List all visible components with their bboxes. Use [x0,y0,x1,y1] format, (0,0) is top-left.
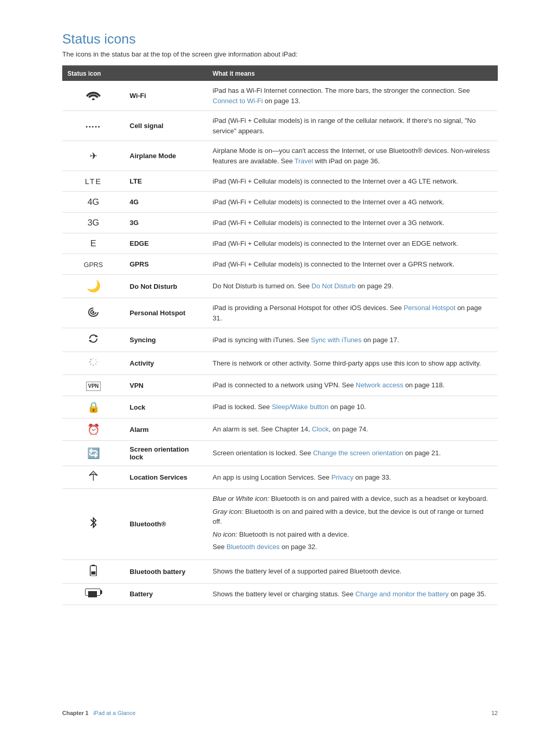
table-row: 4G4GiPad (Wi-Fi + Cellular models) is co… [62,192,498,213]
name-cell-personal-hotspot: Personal Hotspot [124,298,207,328]
desc-cell-airplane: Airplane Mode is on—you can't access the… [207,141,498,171]
desc-cell-gprs: iPad (Wi-Fi + Cellular models) is connec… [207,254,498,275]
table-row: Location ServicesAn app is using Locatio… [62,466,498,489]
svg-line-11 [90,359,91,360]
bluetooth-devices-link[interactable]: Bluetooth devices [227,543,280,551]
personal-hotspot-link[interactable]: Personal Hotspot [404,304,456,312]
footer-left: Chapter 1 iPad at a Glance [62,710,135,716]
desc-cell-alarm: An alarm is set. See Chapter 14, Clock, … [207,418,498,441]
chapter-label: Chapter 1 iPad at a Glance [62,710,135,716]
col-header-icon: Status icon [62,66,124,81]
table-row: GPRSGPRSiPad (Wi-Fi + Cellular models) i… [62,254,498,275]
icon-cell-do-not-disturb: 🌙 [62,275,124,298]
desc-cell-lock: iPad is locked. See Sleep/Wake button on… [207,396,498,418]
name-cell-airplane: Airplane Mode [124,141,207,171]
name-cell-screen-orientation-lock: Screen orientation lock [124,441,207,466]
table-row: Wi-FiiPad has a Wi-Fi Internet connectio… [62,81,498,111]
name-cell-syncing: Syncing [124,328,207,352]
name-cell-gprs: GPRS [124,254,207,275]
svg-line-9 [90,364,91,365]
privacy-link[interactable]: Privacy [331,473,354,481]
desc-cell-wifi: iPad has a Wi-Fi Internet connection. Th… [207,81,498,111]
table-row: EEDGEiPad (Wi-Fi + Cellular models) is c… [62,233,498,254]
desc-cell-edge: iPad (Wi-Fi + Cellular models) is connec… [207,233,498,254]
intro-text: The icons in the status bar at the top o… [62,50,498,58]
icon-cell-gprs: GPRS [62,254,124,275]
icon-cell-4g: 4G [62,192,124,213]
desc-cell-lte: iPad (Wi-Fi + Cellular models) is connec… [207,171,498,192]
icon-cell-lte: LTE [62,171,124,192]
icon-cell-3g: 3G [62,213,124,233]
table-row: Personal HotspotiPad is providing a Pers… [62,298,498,328]
table-row: LTELTEiPad (Wi-Fi + Cellular models) is … [62,171,498,192]
desc-cell-location-services: An app is using Location Services. See P… [207,466,498,489]
table-row: SyncingiPad is syncing with iTunes. See … [62,328,498,352]
desc-cell-battery: Shows the battery level or charging stat… [207,583,498,605]
icon-cell-bluetooth-battery [62,559,124,583]
name-cell-battery: Battery [124,583,207,605]
screen-orientation-link[interactable]: Change the screen orientation [313,449,403,457]
table-header-row: Status icon What it means [62,66,498,81]
name-cell-alarm: Alarm [124,418,207,441]
desc-cell-screen-orientation-lock: Screen orientation is locked. See Change… [207,441,498,466]
icon-cell-airplane: ✈ [62,141,124,171]
col-header-name [124,66,207,81]
icon-cell-screen-orientation-lock: 🔄 [62,441,124,466]
svg-line-5 [95,359,96,360]
name-cell-lte: LTE [124,171,207,192]
svg-line-7 [95,364,96,365]
network-access-link[interactable]: Network access [356,381,403,389]
battery-link[interactable]: Charge and monitor the battery [355,590,449,598]
table-row: 🔄Screen orientation lockScreen orientati… [62,441,498,466]
icon-cell-activity [62,352,124,375]
desc-cell-personal-hotspot: iPad is providing a Personal Hotspot for… [207,298,498,328]
do-not-disturb-link[interactable]: Do Not Disturb [312,282,356,290]
desc-cell-4g: iPad (Wi-Fi + Cellular models) is connec… [207,192,498,213]
page-number: 12 [492,710,498,716]
name-cell-vpn: VPN [124,375,207,396]
icon-cell-alarm: ⏰ [62,418,124,441]
clock-link[interactable]: Clock [312,425,329,433]
desc-cell-cell-signal: iPad (Wi-Fi + Cellular models) is in ran… [207,111,498,141]
name-cell-3g: 3G [124,213,207,233]
table-row: •••••Cell signaliPad (Wi-Fi + Cellular m… [62,111,498,141]
chapter-link[interactable]: iPad at a Glance [93,710,135,716]
icon-cell-wifi [62,81,124,111]
icon-cell-location-services [62,466,124,489]
desc-cell-bluetooth-battery: Shows the battery level of a supported p… [207,559,498,583]
sleep-wake-link[interactable]: Sleep/Wake button [272,403,328,411]
svg-point-1 [92,311,94,313]
name-cell-do-not-disturb: Do Not Disturb [124,275,207,298]
table-row: 🌙Do Not DisturbDo Not Disturb is turned … [62,275,498,298]
travel-link[interactable]: Travel [295,157,313,165]
table-row: Bluetooth®Blue or White icon: Bluetooth … [62,489,498,560]
table-row: BatteryShows the battery level or chargi… [62,583,498,605]
icon-cell-personal-hotspot [62,298,124,328]
table-row: ActivityThere is network or other activi… [62,352,498,375]
connect-to-wifi-link[interactable]: Connect to Wi-Fi [213,97,263,105]
page-container: Status icons The icons in the status bar… [0,0,560,647]
section-title: Status icons [62,31,498,47]
table-row: ✈Airplane ModeAirplane Mode is on—you ca… [62,141,498,171]
svg-point-0 [92,99,95,101]
table-row: 3G3GiPad (Wi-Fi + Cellular models) is co… [62,213,498,233]
icon-cell-vpn: VPN [62,375,124,396]
name-cell-lock: Lock [124,396,207,418]
icon-cell-battery [62,583,124,605]
name-cell-activity: Activity [124,352,207,375]
sync-itunes-link[interactable]: Sync with iTunes [311,336,362,344]
status-table: Status icon What it means Wi-FiiPad has … [62,65,498,605]
icon-cell-edge: E [62,233,124,254]
footer: Chapter 1 iPad at a Glance 12 [0,710,560,716]
col-header-meaning: What it means [207,66,498,81]
desc-cell-activity: There is network or other activity. Some… [207,352,498,375]
name-cell-bluetooth: Bluetooth® [124,489,207,560]
svg-rect-15 [91,571,95,575]
icon-cell-syncing [62,328,124,352]
desc-cell-3g: iPad (Wi-Fi + Cellular models) is connec… [207,213,498,233]
icon-cell-lock: 🔒 [62,396,124,418]
desc-cell-syncing: iPad is syncing with iTunes. See Sync wi… [207,328,498,352]
desc-cell-do-not-disturb: Do Not Disturb is turned on. See Do Not … [207,275,498,298]
table-row: 🔒LockiPad is locked. See Sleep/Wake butt… [62,396,498,418]
name-cell-4g: 4G [124,192,207,213]
